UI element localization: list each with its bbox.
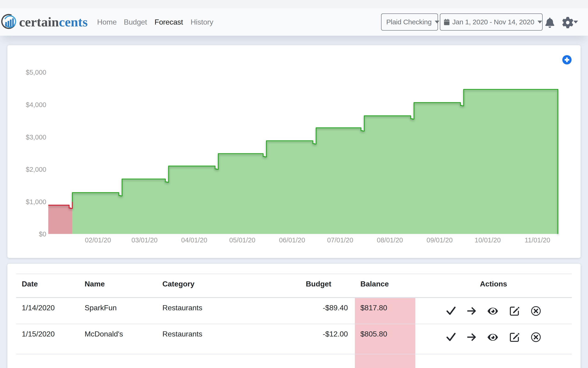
svg-text:$3,000: $3,000 [26,133,46,141]
svg-text:$4,000: $4,000 [26,101,46,109]
svg-text:$0: $0 [39,230,46,238]
svg-text:07/01/20: 07/01/20 [327,236,353,244]
svg-text:05/01/20: 05/01/20 [229,236,255,244]
svg-text:02/01/20: 02/01/20 [85,236,111,244]
svg-text:06/01/20: 06/01/20 [279,236,305,244]
svg-text:11/01/20: 11/01/20 [525,236,550,244]
svg-text:$5,000: $5,000 [26,69,46,76]
svg-text:08/01/20: 08/01/20 [377,236,403,244]
svg-text:$1,000: $1,000 [26,198,46,206]
svg-text:04/01/20: 04/01/20 [181,236,207,244]
svg-text:03/01/20: 03/01/20 [132,236,158,244]
svg-text:10/01/20: 10/01/20 [474,236,501,244]
svg-text:09/01/20: 09/01/20 [427,236,453,244]
svg-text:$2,000: $2,000 [26,166,46,173]
